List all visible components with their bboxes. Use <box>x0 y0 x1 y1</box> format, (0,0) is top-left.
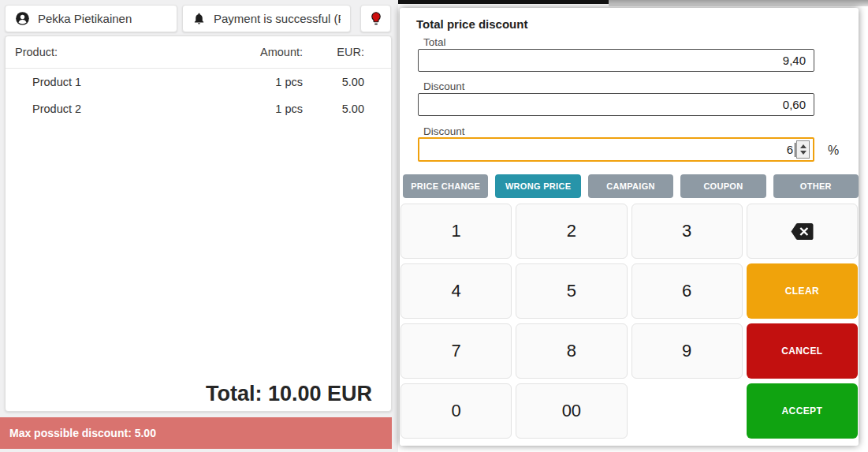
row-product-name: Product 1 <box>32 76 232 88</box>
total-input[interactable]: 9,40 <box>418 49 814 72</box>
key-2[interactable]: 2 <box>516 204 627 259</box>
percent-suffix: % <box>828 144 839 158</box>
row-amount: 1 pcs <box>232 103 303 115</box>
discount-percent-input[interactable]: 6 <box>418 137 814 162</box>
table-row[interactable]: Product 1 1 pcs 5.00 <box>6 69 391 95</box>
campaign-button[interactable]: CAMPAIGN <box>588 174 673 198</box>
total-field-label: Total <box>423 36 446 48</box>
backspace-icon <box>791 223 814 240</box>
discount-amount-value: 0,60 <box>783 98 806 111</box>
dialog-title: Total price discount <box>416 17 527 31</box>
pos-screen: Pekka Pietikainen Payment is successful … <box>0 0 868 452</box>
wrong-price-button[interactable]: WRONG PRICE <box>495 174 580 198</box>
cancel-button[interactable]: CANCEL <box>747 323 858 379</box>
row-price: 5.00 <box>303 103 364 115</box>
row-price: 5.00 <box>303 76 364 88</box>
table-header: Product: Amount: EUR: <box>6 36 391 69</box>
total-input-value: 9,40 <box>783 54 806 67</box>
row-product-name: Product 2 <box>32 103 232 115</box>
key-8[interactable]: 8 <box>516 323 627 379</box>
accept-button[interactable]: ACCEPT <box>747 383 858 439</box>
discount-amount-label: Discount <box>423 80 465 92</box>
key-3[interactable]: 3 <box>631 204 743 259</box>
spinner-down-icon[interactable] <box>800 151 807 155</box>
max-discount-banner: Max possible discount: 5.00 <box>0 417 392 449</box>
dialog-shadow-strip <box>609 0 868 6</box>
account-icon <box>15 11 30 26</box>
total-price-discount-dialog: Total price discount Total 9,40 Discount… <box>400 8 859 446</box>
key-6[interactable]: 6 <box>631 263 743 319</box>
backspace-button[interactable] <box>747 204 858 259</box>
key-4[interactable]: 4 <box>400 263 512 319</box>
discount-percent-value: 6 <box>787 143 793 156</box>
keypad-spacer <box>631 383 743 439</box>
header-amount: Amount: <box>232 46 303 58</box>
notification-chip[interactable]: Payment is successful (Rece... <box>182 5 351 32</box>
user-name: Pekka Pietikainen <box>38 12 132 25</box>
bell-icon <box>192 12 206 25</box>
key-0[interactable]: 0 <box>400 383 512 439</box>
key-1[interactable]: 1 <box>400 204 512 259</box>
spinner-up-icon[interactable] <box>800 144 807 148</box>
price-change-button[interactable]: PRICE CHANGE <box>403 174 488 198</box>
discount-amount-input[interactable]: 0,60 <box>418 93 814 116</box>
numeric-keypad: 1 2 3 4 5 6 CLEAR 7 8 9 CANCEL 0 00 <box>400 204 858 439</box>
discount-percent-label: Discount <box>423 125 465 137</box>
user-chip[interactable]: Pekka Pietikainen <box>5 5 177 32</box>
discount-reason-buttons: PRICE CHANGE WRONG PRICE CAMPAIGN COUPON… <box>403 174 859 198</box>
coupon-button[interactable]: COUPON <box>680 174 766 198</box>
clear-button[interactable]: CLEAR <box>747 263 858 319</box>
table-row[interactable]: Product 2 1 pcs 5.00 <box>6 95 391 122</box>
key-00[interactable]: 00 <box>516 383 627 439</box>
row-amount: 1 pcs <box>232 76 303 88</box>
text-caret <box>795 143 795 157</box>
key-9[interactable]: 9 <box>631 323 743 379</box>
receipt-panel: Pekka Pietikainen Payment is successful … <box>0 0 398 452</box>
product-list-card: Product: Amount: EUR: Product 1 1 pcs 5.… <box>5 35 392 412</box>
notification-text: Payment is successful (Rece... <box>214 12 341 25</box>
key-7[interactable]: 7 <box>400 323 512 379</box>
lightbulb-chip[interactable] <box>360 5 391 32</box>
key-5[interactable]: 5 <box>516 263 627 319</box>
receipt-total: Total: 10.00 EUR <box>206 382 372 406</box>
max-discount-text: Max possible discount: 5.00 <box>9 427 156 439</box>
other-button[interactable]: OTHER <box>773 174 859 198</box>
lightbulb-icon <box>369 11 383 27</box>
header-eur: EUR: <box>303 46 364 58</box>
number-spinner[interactable] <box>796 140 810 159</box>
header-product: Product: <box>15 46 232 58</box>
